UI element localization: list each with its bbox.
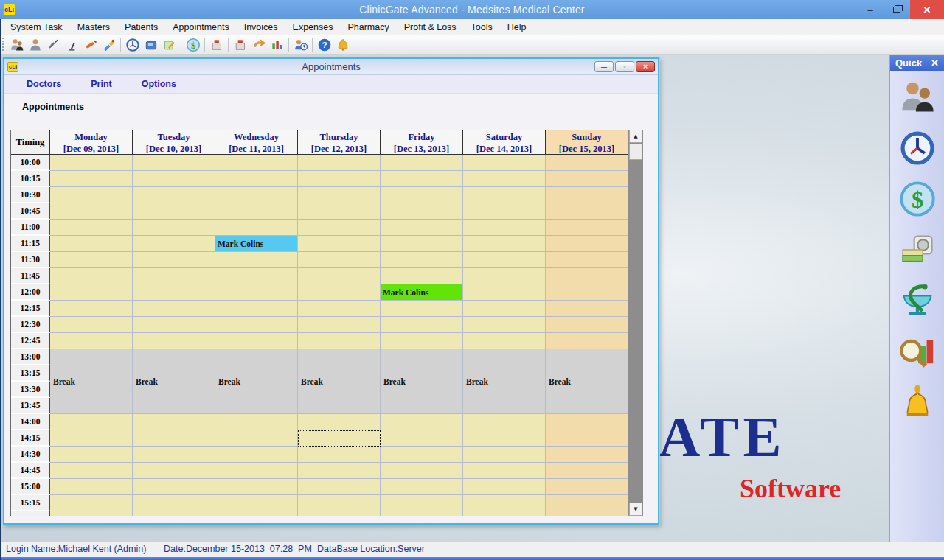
- time-slot-cell[interactable]: [298, 333, 381, 349]
- time-slot-cell[interactable]: [50, 495, 133, 511]
- time-slot-cell[interactable]: [381, 187, 463, 203]
- quick-expenses-icon[interactable]: [897, 229, 938, 270]
- doctor-icon[interactable]: [26, 36, 44, 53]
- time-slot-cell[interactable]: [381, 301, 463, 317]
- time-slot-cell[interactable]: [133, 220, 215, 236]
- time-slot-cell[interactable]: [215, 463, 298, 479]
- quick-alerts-icon[interactable]: [897, 382, 938, 423]
- time-slot-cell[interactable]: [463, 333, 546, 349]
- stock-icon[interactable]: [268, 36, 286, 53]
- time-slot-cell[interactable]: [381, 414, 463, 430]
- time-slot-cell[interactable]: [133, 414, 215, 430]
- time-slot-cell[interactable]: [381, 203, 463, 220]
- time-slot-cell[interactable]: [546, 220, 628, 236]
- time-slot-cell[interactable]: [546, 495, 628, 511]
- time-slot-cell[interactable]: [298, 463, 381, 479]
- minimize-button[interactable]: –: [857, 0, 884, 19]
- menu-expenses[interactable]: Expenses: [285, 19, 341, 35]
- time-slot-cell[interactable]: [50, 236, 133, 252]
- time-slot-cell[interactable]: [133, 479, 215, 495]
- time-slot-cell[interactable]: [298, 252, 381, 268]
- time-slot-cell[interactable]: [546, 463, 628, 479]
- menu-patients[interactable]: Patients: [117, 19, 165, 35]
- time-slot-cell[interactable]: [546, 317, 628, 333]
- time-slot-cell[interactable]: [463, 463, 546, 479]
- time-slot-cell[interactable]: [133, 430, 215, 447]
- appointments-titlebar[interactable]: cLi Appointments — ▫ ✕: [4, 59, 658, 75]
- time-slot-cell[interactable]: [215, 430, 298, 447]
- time-slot-cell[interactable]: [463, 155, 546, 171]
- time-slot-cell[interactable]: [133, 187, 215, 203]
- time-slot-cell[interactable]: [50, 447, 133, 463]
- time-slot-cell[interactable]: [546, 252, 628, 268]
- grid-scrollbar[interactable]: ▲ ▼: [628, 130, 643, 516]
- time-slot-cell[interactable]: [133, 447, 215, 463]
- time-slot-cell[interactable]: [298, 495, 381, 511]
- time-slot-cell[interactable]: [546, 187, 628, 203]
- time-slot-cell[interactable]: [298, 203, 381, 220]
- time-slot-cell[interactable]: [298, 447, 381, 463]
- time-slot-cell[interactable]: [50, 284, 133, 301]
- time-slot-cell[interactable]: [50, 252, 133, 268]
- close-button[interactable]: ✕: [910, 0, 944, 19]
- quick-appointments-icon[interactable]: [897, 127, 938, 169]
- time-slot-cell[interactable]: [463, 511, 546, 516]
- time-slot-cell[interactable]: [298, 479, 381, 495]
- time-slot-cell[interactable]: [381, 447, 463, 463]
- scroll-up-icon[interactable]: ▲: [629, 130, 642, 143]
- time-slot-cell[interactable]: [463, 479, 546, 495]
- time-slot-cell[interactable]: [546, 479, 628, 495]
- reminder-icon[interactable]: [291, 36, 310, 53]
- time-slot-cell[interactable]: [546, 414, 628, 430]
- lab-instrument-icon[interactable]: [63, 36, 81, 53]
- time-slot-cell[interactable]: [463, 495, 546, 511]
- time-slot-cell[interactable]: [546, 333, 628, 349]
- time-slot-cell[interactable]: [546, 236, 628, 252]
- time-slot-cell[interactable]: [50, 430, 133, 447]
- time-slot-cell[interactable]: [298, 236, 381, 252]
- time-slot-cell[interactable]: [463, 414, 546, 430]
- prescription-icon[interactable]: [81, 36, 100, 53]
- appointments-clock-icon[interactable]: [123, 36, 142, 53]
- child-maximize-button[interactable]: ▫: [615, 61, 634, 72]
- alerts-bell-icon[interactable]: [333, 36, 352, 53]
- time-slot-cell[interactable]: [215, 252, 298, 268]
- time-slot-cell[interactable]: [381, 220, 463, 236]
- time-slot-cell[interactable]: [215, 495, 298, 511]
- time-slot-cell[interactable]: [298, 284, 381, 301]
- billing-icon[interactable]: [142, 36, 160, 53]
- quick-invoices-icon[interactable]: $: [897, 178, 938, 220]
- time-slot-cell[interactable]: [133, 268, 215, 284]
- time-slot-cell[interactable]: [463, 301, 546, 317]
- time-slot-cell[interactable]: [215, 479, 298, 495]
- time-slot-cell[interactable]: [50, 317, 133, 333]
- time-slot-cell[interactable]: [463, 317, 546, 333]
- time-slot-cell[interactable]: [463, 236, 546, 252]
- time-slot-cell[interactable]: [215, 317, 298, 333]
- time-slot-cell[interactable]: [463, 220, 546, 236]
- time-slot-cell[interactable]: [50, 268, 133, 284]
- time-slot-cell[interactable]: [50, 171, 133, 187]
- time-slot-cell[interactable]: [50, 479, 133, 495]
- time-slot-cell[interactable]: [50, 333, 133, 349]
- time-slot-cell[interactable]: [298, 187, 381, 203]
- time-slot-cell[interactable]: [463, 203, 546, 220]
- menu-invoices[interactable]: Invoices: [237, 19, 285, 35]
- time-slot-cell[interactable]: [298, 301, 381, 317]
- time-slot-cell[interactable]: [215, 203, 298, 220]
- menu-appointments[interactable]: Appointments: [165, 19, 236, 35]
- time-slot-cell[interactable]: [133, 236, 215, 252]
- time-slot-cell[interactable]: [381, 155, 463, 171]
- time-slot-cell[interactable]: [463, 187, 546, 203]
- time-slot-cell[interactable]: [215, 187, 298, 203]
- time-slot-cell[interactable]: [298, 430, 381, 447]
- time-slot-cell[interactable]: [463, 430, 546, 447]
- time-slot-cell[interactable]: [463, 268, 546, 284]
- treatment-icon[interactable]: [100, 36, 118, 53]
- time-slot-cell[interactable]: [298, 220, 381, 236]
- time-slot-cell[interactable]: [133, 284, 215, 301]
- time-slot-cell[interactable]: [133, 301, 215, 317]
- time-slot-cell[interactable]: [381, 463, 463, 479]
- time-slot-cell[interactable]: [50, 203, 133, 220]
- time-slot-cell[interactable]: [50, 301, 133, 317]
